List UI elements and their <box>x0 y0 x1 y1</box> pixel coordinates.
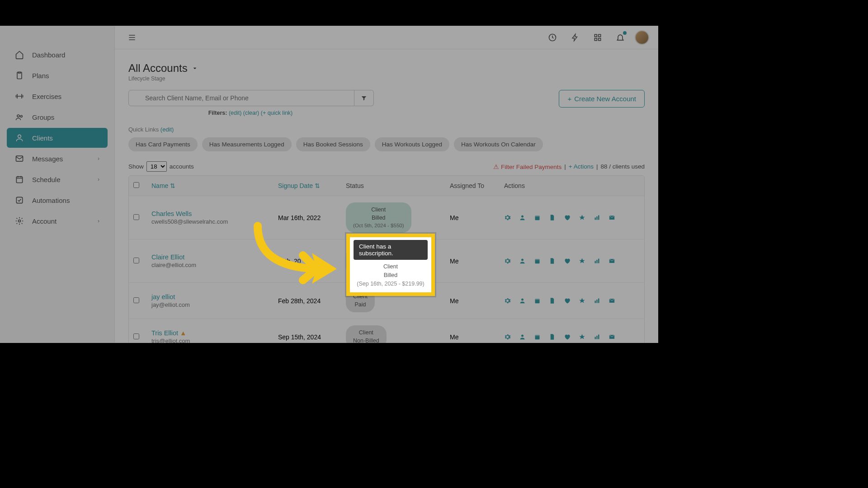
filters-edit-link[interactable]: (edit) <box>229 110 241 116</box>
filters-label: Filters: <box>208 110 227 116</box>
heart-icon[interactable] <box>564 297 571 304</box>
status-pill[interactable]: ClientNon-Billed <box>346 325 387 343</box>
user-icon[interactable] <box>519 333 526 340</box>
clipboard-icon <box>15 71 26 80</box>
svg-rect-31 <box>598 299 599 303</box>
sidebar-item-dashboard[interactable]: Dashboard <box>7 45 108 65</box>
row-checkbox[interactable] <box>133 297 139 303</box>
chart-icon[interactable] <box>594 297 600 304</box>
user-icon[interactable] <box>519 214 526 221</box>
chip[interactable]: Has Booked Sessions <box>296 137 370 151</box>
gear-icon[interactable] <box>504 297 511 304</box>
status-pill[interactable]: ClientBilled(Oct 5th, 2024 - $550) <box>346 202 411 233</box>
select-all-checkbox[interactable] <box>133 182 139 188</box>
filters-clear-link[interactable]: (clear) <box>243 110 259 116</box>
actions-link[interactable]: + Actions <box>569 163 594 170</box>
calendar-icon[interactable] <box>534 297 541 304</box>
svg-point-26 <box>521 299 524 301</box>
grid-icon[interactable] <box>590 29 606 46</box>
quicklinks-label: Quick Links <box>128 126 159 133</box>
file-icon[interactable] <box>549 258 556 264</box>
table-toolbar: Show 18 accounts ⚠ Filter Failed Payment… <box>128 161 645 172</box>
heart-icon[interactable] <box>564 258 571 264</box>
mail-icon[interactable] <box>609 214 615 221</box>
home-icon <box>15 50 26 59</box>
star-icon[interactable] <box>579 214 585 221</box>
sidebar-item-label: Plans <box>32 72 49 80</box>
star-icon[interactable] <box>579 258 585 264</box>
row-checkbox[interactable] <box>133 214 139 220</box>
mail-icon[interactable] <box>609 297 615 304</box>
star-icon[interactable] <box>579 333 585 340</box>
alert-icon: ⚠ <box>493 164 499 170</box>
svg-rect-9 <box>594 34 597 37</box>
sidebar-item-label: Account <box>32 217 57 225</box>
bell-icon[interactable] <box>612 29 628 46</box>
chip[interactable]: Has Card Payments <box>128 137 198 151</box>
star-icon[interactable] <box>579 297 585 304</box>
col-actions: Actions <box>504 182 640 189</box>
chip[interactable]: Has Measurements Logged <box>202 137 292 151</box>
chart-icon[interactable] <box>594 258 600 264</box>
sidebar-item-schedule[interactable]: Schedule › <box>7 169 108 189</box>
gear-icon[interactable] <box>504 214 511 221</box>
tooltip: Client has a subscription. <box>354 240 428 260</box>
calendar-icon[interactable] <box>534 214 541 221</box>
col-name[interactable]: Name ⇅ <box>151 182 278 189</box>
client-name-link[interactable]: jay elliot <box>151 293 278 300</box>
calendar-icon[interactable] <box>534 333 541 340</box>
create-account-button[interactable]: + Create New Account <box>559 90 645 108</box>
heart-icon[interactable] <box>564 214 571 221</box>
heart-icon[interactable] <box>564 333 571 340</box>
client-email: tris@elliot.com <box>151 338 278 343</box>
calendar-icon[interactable] <box>534 258 541 264</box>
gear-icon[interactable] <box>504 258 511 264</box>
file-icon[interactable] <box>549 214 556 221</box>
row-checkbox[interactable] <box>133 333 139 339</box>
chart-icon[interactable] <box>594 214 600 221</box>
gear-icon[interactable] <box>504 333 511 340</box>
svg-rect-10 <box>599 34 601 37</box>
mail-icon[interactable] <box>609 333 615 340</box>
user-icon[interactable] <box>519 258 526 264</box>
assigned-to: Me <box>450 258 504 265</box>
signup-date: Feb 28th, 2024 <box>278 297 346 305</box>
filter-failed-link[interactable]: ⚠ Filter Failed Payments <box>493 163 561 170</box>
file-icon[interactable] <box>549 333 556 340</box>
rows-select[interactable]: 18 <box>146 161 167 172</box>
file-icon[interactable] <box>549 297 556 304</box>
sidebar-item-plans[interactable]: Plans <box>7 66 108 85</box>
hamburger-icon[interactable] <box>124 29 140 46</box>
plus-icon: + <box>569 163 572 170</box>
sidebar-item-messages[interactable]: Messages › <box>7 149 108 169</box>
chip[interactable]: Has Workouts Logged <box>375 137 449 151</box>
dumbbell-icon <box>15 92 26 101</box>
col-status: Status <box>346 182 450 189</box>
filter-button[interactable] <box>354 90 374 106</box>
arrow-annotation <box>249 221 344 285</box>
search-input[interactable] <box>128 90 354 106</box>
sidebar-item-label: Exercises <box>32 93 61 100</box>
bolt-icon[interactable] <box>567 29 583 46</box>
row-actions <box>504 214 640 221</box>
quicklinks-edit-link[interactable]: (edit) <box>160 126 174 133</box>
signup-date: Mar 16th, 2022 <box>278 214 346 221</box>
clock-icon[interactable] <box>544 29 561 46</box>
sidebar-item-clients[interactable]: Clients <box>7 128 108 148</box>
chip[interactable]: Has Workouts On Calendar <box>454 137 543 151</box>
page-title[interactable]: All Accounts <box>128 62 645 75</box>
sidebar-item-automations[interactable]: Automations <box>7 190 108 210</box>
sidebar-item-exercises[interactable]: Exercises <box>7 86 108 106</box>
sidebar-item-account[interactable]: Account › <box>7 211 108 231</box>
row-checkbox[interactable] <box>133 258 139 263</box>
mail-icon[interactable] <box>609 258 615 264</box>
col-signup[interactable]: Signup Date ⇅ <box>278 182 346 189</box>
sidebar-item-groups[interactable]: Groups <box>7 107 108 127</box>
client-name-link[interactable]: Charles Wells <box>151 210 278 217</box>
client-name-link[interactable]: Tris Elliot▲ <box>151 329 278 337</box>
svg-rect-24 <box>596 260 598 263</box>
user-icon[interactable] <box>519 297 526 304</box>
avatar[interactable] <box>635 30 649 45</box>
filters-quicklink[interactable]: (+ quick link) <box>261 110 293 116</box>
chart-icon[interactable] <box>594 333 600 340</box>
